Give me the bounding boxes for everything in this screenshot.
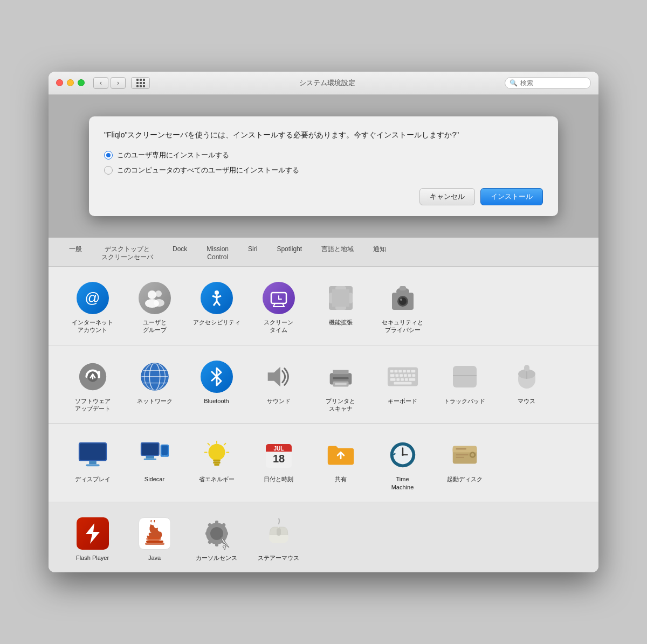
internet-accounts-label: インターネットアカウント [72, 318, 113, 334]
list-item[interactable]: 機能拡張 [309, 275, 371, 338]
svg-rect-41 [333, 370, 348, 374]
list-item[interactable]: Java [123, 511, 185, 566]
section-other: Flash Player [49, 502, 598, 572]
svg-line-86 [224, 444, 225, 445]
list-item[interactable]: プリンタとスキャナ [309, 354, 371, 417]
list-item[interactable]: マウス [495, 354, 557, 417]
list-item[interactable]: ネットワーク [123, 354, 185, 417]
maximize-button[interactable] [78, 79, 85, 86]
security-privacy-label: セキュリティとプライバシー [382, 318, 423, 334]
back-button[interactable]: ‹ [93, 77, 108, 89]
trackpad-label: トラックパッド [444, 397, 485, 405]
list-item[interactable]: JUL 18 日付と時刻 [247, 432, 309, 495]
tab-dock[interactable]: Dock [163, 242, 197, 266]
titlebar: ‹ › システム環境設定 🔍 [49, 72, 598, 95]
flash-player-icon [75, 516, 110, 551]
java-icon [137, 516, 172, 551]
list-item[interactable]: Flash Player [61, 511, 123, 566]
list-item[interactable]: 共有 [309, 432, 371, 495]
list-item[interactable]: カーソルセンス [185, 511, 247, 566]
svg-marker-108 [86, 523, 100, 544]
tab-mission-control[interactable]: Mission Control [197, 242, 238, 266]
list-item[interactable]: セキュリティとプライバシー [371, 275, 433, 338]
time-machine-icon [386, 438, 420, 472]
list-item[interactable]: ユーザとグループ [123, 275, 185, 338]
time-machine-label: TimeMachine [391, 475, 414, 491]
list-item[interactable]: @ インターネットアカウント [61, 275, 123, 338]
search-input[interactable] [520, 79, 585, 87]
printers-scanners-icon [324, 359, 358, 394]
forward-button[interactable]: › [111, 77, 126, 89]
install-dialog: "Fliqlo"スクリーンセーバを使うには、インストールする必要があります。今す… [89, 116, 558, 216]
install-button[interactable]: インストール [480, 188, 543, 205]
sound-icon [261, 359, 296, 394]
search-box[interactable]: 🔍 [505, 77, 591, 89]
svg-line-9 [217, 301, 220, 306]
close-button[interactable] [56, 79, 63, 86]
svg-rect-42 [333, 377, 348, 379]
minimize-button[interactable] [67, 79, 74, 86]
cancel-button[interactable]: キャンセル [419, 188, 475, 205]
svg-rect-52 [390, 374, 394, 377]
svg-rect-44 [335, 383, 346, 385]
list-item[interactable]: 起動ディスク [433, 432, 495, 495]
sound-label: サウンド [267, 397, 291, 405]
date-time-label: 日付と時刻 [264, 475, 293, 483]
steer-mouse-label: ステアーマウス [258, 554, 299, 562]
software-update-icon [75, 359, 110, 394]
svg-rect-114 [215, 521, 218, 525]
dialog-buttons: キャンセル インストール [104, 188, 543, 205]
window-title: システム環境設定 [155, 78, 499, 88]
svg-rect-21 [332, 289, 349, 307]
svg-rect-110 [146, 541, 163, 543]
radio-all-users[interactable] [104, 166, 113, 175]
accessibility-icon [199, 281, 234, 315]
svg-rect-106 [456, 454, 468, 455]
list-item[interactable]: アクセシビリティ [185, 275, 247, 338]
radio-row-user[interactable]: このユーザ専用にインストールする [104, 150, 543, 160]
grid-view-button[interactable] [131, 77, 150, 89]
extensions-label: 機能拡張 [329, 318, 353, 326]
svg-rect-62 [409, 378, 415, 381]
svg-rect-111 [145, 543, 164, 545]
radio-user-only[interactable] [104, 151, 113, 160]
svg-rect-58 [390, 378, 395, 381]
cursor-sense-icon [199, 516, 234, 551]
svg-point-24 [399, 297, 407, 305]
users-groups-icon [137, 281, 172, 315]
displays-label: ディスプレイ [75, 475, 111, 483]
list-item[interactable]: ステアーマウス [247, 511, 309, 566]
category-tabs: 一般 デスクトップと スクリーンセーバ Dock Mission Control… [49, 238, 598, 267]
list-item[interactable]: トラックパッド [433, 354, 495, 417]
svg-rect-69 [524, 365, 529, 371]
list-item[interactable]: 省エネルギー [185, 432, 247, 495]
tab-spotlight[interactable]: Spotlight [267, 242, 312, 266]
trackpad-icon [448, 359, 482, 394]
list-item[interactable]: サウンド [247, 354, 309, 417]
svg-rect-47 [394, 370, 397, 372]
svg-rect-79 [161, 446, 168, 455]
list-item[interactable]: ソフトウェアアップデート [61, 354, 123, 417]
list-item[interactable]: Bluetooth [185, 354, 247, 417]
tab-general[interactable]: 一般 [59, 242, 92, 266]
tab-desktop-screensaver[interactable]: デスクトップと スクリーンセーバ [92, 242, 163, 266]
displays-icon [75, 438, 110, 472]
radio-row-all[interactable]: このコンピュータのすべてのユーザ用にインストールする [104, 165, 543, 175]
svg-line-88 [208, 444, 209, 445]
tab-notifications[interactable]: 通知 [363, 242, 396, 266]
dialog-message: "Fliqlo"スクリーンセーバを使うには、インストールする必要があります。今す… [104, 129, 543, 141]
svg-point-105 [471, 453, 474, 456]
svg-rect-123 [277, 528, 281, 536]
tab-siri[interactable]: Siri [238, 242, 267, 266]
tab-language-region[interactable]: 言語と地域 [312, 242, 363, 266]
svg-rect-103 [456, 448, 466, 450]
list-item[interactable]: ディスプレイ [61, 432, 123, 495]
svg-rect-53 [395, 374, 398, 377]
system-preferences-window: ‹ › システム環境設定 🔍 "Fliqlo"スクリーンセーバを使うには、インス… [49, 72, 598, 572]
svg-point-3 [154, 299, 164, 307]
list-item[interactable]: Sidecar [123, 432, 185, 495]
svg-text:18: 18 [272, 453, 284, 465]
list-item[interactable]: スクリーンタイム [247, 275, 309, 338]
list-item[interactable]: キーボード [371, 354, 433, 417]
list-item[interactable]: TimeMachine [371, 432, 433, 495]
